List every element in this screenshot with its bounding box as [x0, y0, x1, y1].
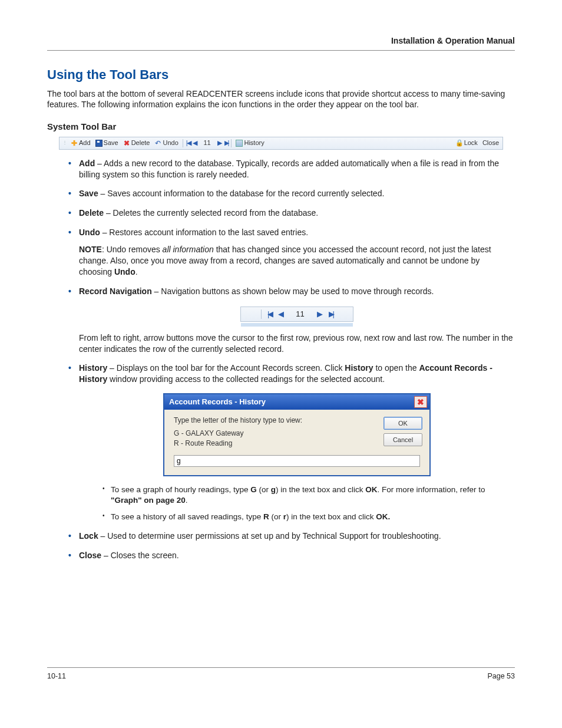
nav-follow-text: From left to right, arrow buttons move t…	[79, 332, 515, 355]
toolbar-undo-label: Undo	[163, 139, 178, 147]
dialog-title: Account Records - History	[169, 397, 266, 407]
disk-icon	[95, 140, 103, 147]
toolbar-lock-label: Lock	[464, 139, 478, 147]
row-number: 11	[199, 139, 216, 147]
dialog-cancel-button[interactable]: Cancel	[384, 433, 422, 446]
toolbar-lock-button[interactable]: 🔒 Lock	[454, 139, 480, 147]
desc-undo: – Restores account information to the la…	[100, 228, 308, 237]
section-title: Using the Tool Bars	[47, 66, 515, 84]
term-save: Save	[79, 189, 98, 198]
note-label: NOTE	[79, 245, 102, 254]
toolbar-delete-button[interactable]: ✖ Delete	[121, 139, 153, 147]
toolbar-save-label: Save	[104, 139, 118, 147]
list-item: Close – Closes the screen.	[68, 550, 515, 561]
close-icon: ✖	[417, 397, 424, 408]
dialog-close-button[interactable]: ✖	[414, 396, 427, 408]
term-lock: Lock	[79, 531, 98, 541]
x-icon: ✖	[123, 140, 130, 147]
footer-left: 10-11	[47, 671, 66, 681]
term-close: Close	[79, 551, 101, 560]
list-item: History – Displays on the tool bar for t…	[68, 363, 515, 522]
term-undo: Undo	[79, 228, 100, 237]
dialog-option-g: G - GALAXY Gateway	[174, 429, 375, 438]
desc-nav: – Navigation buttons as shown below may …	[152, 286, 434, 296]
history-sublist: To see a graph of hourly readings, type …	[79, 485, 515, 523]
toolbar-history-button[interactable]: History	[233, 139, 266, 147]
system-toolbar-figure: ⋮ ✚ Add Save ✖ Delete ↶ Undo |◀ ◀ 11 ▶ ▶…	[59, 137, 503, 150]
page-header: Installation & Operation Manual	[47, 35, 515, 51]
last-row-button[interactable]: ▶|	[329, 309, 333, 319]
desc-save: – Saves account information to the datab…	[98, 189, 385, 198]
desc-delete: – Deletes the currently selected record …	[104, 208, 318, 218]
page-footer: 10-11 Page 53	[47, 667, 515, 681]
dialog-option-r: R - Route Reading	[174, 439, 375, 448]
dialog-ok-button[interactable]: OK	[384, 417, 422, 430]
toolbar-separator	[231, 139, 232, 147]
history-icon	[236, 140, 243, 147]
dialog-prompt: Type the letter of the history type to v…	[174, 416, 375, 425]
undo-icon: ↶	[154, 140, 161, 147]
first-row-button[interactable]: |◀	[185, 139, 191, 147]
history-type-input[interactable]	[174, 455, 420, 467]
toolbar-close-label: Close	[482, 139, 499, 147]
next-row-button[interactable]: ▶	[317, 309, 323, 319]
next-row-button[interactable]: ▶	[216, 139, 223, 147]
toolbar-delete-label: Delete	[131, 139, 150, 147]
term-nav: Record Navigation	[79, 286, 152, 296]
plus-icon: ✚	[71, 140, 78, 147]
nav-buttons-figure: |◀ ◀ 11 ▶ ▶|	[241, 307, 353, 327]
footer-right: Page 53	[487, 671, 515, 681]
toolbar-add-label: Add	[79, 139, 91, 147]
last-row-button[interactable]: ▶|	[223, 139, 230, 147]
prev-row-button[interactable]: ◀	[278, 309, 284, 319]
lock-icon: 🔒	[456, 140, 463, 147]
list-item: To see a graph of hourly readings, type …	[103, 485, 515, 506]
toolbar-add-button[interactable]: ✚ Add	[68, 139, 93, 147]
list-item: To see a history of all saved readings, …	[103, 512, 515, 522]
account-records-history-dialog: Account Records - History ✖ Type the let…	[163, 393, 431, 476]
desc-lock: – Used to determine user permissions at …	[98, 531, 441, 541]
list-item: Lock – Used to determine user permission…	[68, 531, 515, 542]
term-add: Add	[79, 159, 95, 168]
list-item: Save – Saves account information to the …	[68, 188, 515, 199]
toolbar-save-button[interactable]: Save	[93, 139, 121, 147]
prev-row-button[interactable]: ◀	[191, 139, 199, 147]
list-item: Add – Adds a new record to the database.…	[68, 158, 515, 180]
section-intro: The tool bars at the bottom of several R…	[47, 88, 515, 111]
dialog-titlebar: Account Records - History ✖	[164, 394, 429, 410]
toolbar-grip-icon: ⋮	[61, 140, 68, 146]
toolbar-undo-button[interactable]: ↶ Undo	[152, 139, 180, 147]
undo-note: NOTE: Undo removes all information that …	[79, 244, 515, 278]
toolbar-close-button[interactable]: Close	[480, 139, 501, 147]
list-item: Undo – Restores account information to t…	[68, 227, 515, 278]
desc-close: – Closes the screen.	[101, 551, 179, 560]
row-number: 11	[290, 309, 311, 319]
subhead-system-toolbar: System Tool Bar	[47, 121, 515, 133]
term-history: History	[79, 363, 107, 373]
doc-title: Installation & Operation Manual	[391, 36, 515, 45]
desc-add: – Adds a new record to the database. Typ…	[79, 159, 499, 179]
first-row-button[interactable]: |◀	[267, 309, 272, 319]
toolbar-separator	[183, 139, 183, 147]
term-delete: Delete	[79, 208, 104, 218]
list-item: Record Navigation – Navigation buttons a…	[68, 286, 515, 355]
toolbar-description-list: Add – Adds a new record to the database.…	[47, 158, 515, 562]
toolbar-history-label: History	[244, 139, 264, 147]
list-item: Delete – Deletes the currently selected …	[68, 207, 515, 219]
